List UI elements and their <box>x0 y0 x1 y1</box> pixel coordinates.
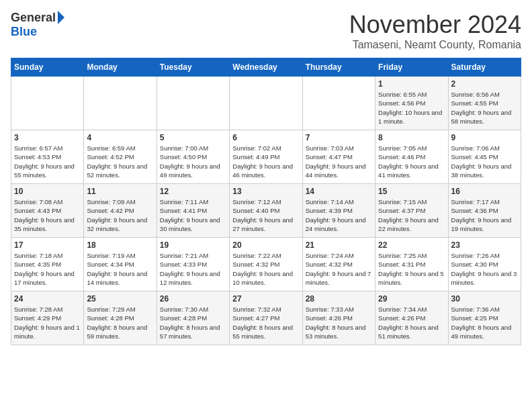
calendar-cell <box>84 77 157 130</box>
calendar-cell: 26Sunrise: 7:30 AM Sunset: 4:28 PM Dayli… <box>157 291 229 345</box>
day-info: Sunrise: 6:56 AM Sunset: 4:55 PM Dayligh… <box>451 90 518 126</box>
logo: General Blue <box>11 11 64 39</box>
day-header-thursday: Thursday <box>302 58 375 77</box>
location-title: Tamaseni, Neamt County, Romania <box>349 39 521 51</box>
day-number: 22 <box>378 240 445 250</box>
day-number: 29 <box>378 294 445 304</box>
calendar-cell: 12Sunrise: 7:11 AM Sunset: 4:41 PM Dayli… <box>157 184 229 238</box>
day-info: Sunrise: 7:36 AM Sunset: 4:25 PM Dayligh… <box>451 305 518 340</box>
day-info: Sunrise: 7:11 AM Sunset: 4:41 PM Dayligh… <box>160 197 226 233</box>
day-number: 27 <box>232 294 299 304</box>
calendar-cell: 30Sunrise: 7:36 AM Sunset: 4:25 PM Dayli… <box>448 291 521 345</box>
day-number: 24 <box>14 294 81 304</box>
calendar-cell: 14Sunrise: 7:14 AM Sunset: 4:39 PM Dayli… <box>302 184 375 238</box>
calendar-cell <box>302 77 375 130</box>
title-area: November 2024 Tamaseni, Neamt County, Ro… <box>349 11 521 51</box>
day-info: Sunrise: 7:17 AM Sunset: 4:36 PM Dayligh… <box>451 197 518 233</box>
day-number: 2 <box>451 79 518 89</box>
day-number: 16 <box>451 187 518 196</box>
day-info: Sunrise: 7:30 AM Sunset: 4:28 PM Dayligh… <box>160 305 226 340</box>
day-info: Sunrise: 7:00 AM Sunset: 4:50 PM Dayligh… <box>160 144 226 179</box>
calendar-cell: 11Sunrise: 7:09 AM Sunset: 4:42 PM Dayli… <box>84 184 157 238</box>
calendar-cell: 8Sunrise: 7:05 AM Sunset: 4:46 PM Daylig… <box>375 130 448 184</box>
calendar-cell: 2Sunrise: 6:56 AM Sunset: 4:55 PM Daylig… <box>448 77 521 130</box>
day-number: 1 <box>378 79 445 89</box>
day-number: 3 <box>14 133 81 142</box>
day-info: Sunrise: 7:32 AM Sunset: 4:27 PM Dayligh… <box>232 305 299 340</box>
day-header-friday: Friday <box>375 58 448 77</box>
day-number: 4 <box>87 133 153 142</box>
day-info: Sunrise: 7:02 AM Sunset: 4:49 PM Dayligh… <box>232 144 299 179</box>
calendar-cell: 7Sunrise: 7:03 AM Sunset: 4:47 PM Daylig… <box>302 130 375 184</box>
day-info: Sunrise: 7:25 AM Sunset: 4:31 PM Dayligh… <box>378 251 445 287</box>
calendar-cell: 4Sunrise: 6:59 AM Sunset: 4:52 PM Daylig… <box>84 130 157 184</box>
day-header-wednesday: Wednesday <box>230 58 302 77</box>
day-header-sunday: Sunday <box>11 58 84 77</box>
calendar-cell: 15Sunrise: 7:15 AM Sunset: 4:37 PM Dayli… <box>375 184 448 238</box>
calendar-cell: 25Sunrise: 7:29 AM Sunset: 4:28 PM Dayli… <box>84 291 157 345</box>
day-number: 21 <box>306 240 372 250</box>
day-header-monday: Monday <box>84 58 157 77</box>
calendar-cell: 1Sunrise: 6:55 AM Sunset: 4:56 PM Daylig… <box>375 77 448 130</box>
day-info: Sunrise: 7:28 AM Sunset: 4:29 PM Dayligh… <box>14 305 81 340</box>
calendar-cell: 17Sunrise: 7:18 AM Sunset: 4:35 PM Dayli… <box>11 238 84 291</box>
calendar-cell: 20Sunrise: 7:22 AM Sunset: 4:32 PM Dayli… <box>230 238 302 291</box>
day-info: Sunrise: 7:12 AM Sunset: 4:40 PM Dayligh… <box>232 197 299 233</box>
day-number: 17 <box>14 240 81 250</box>
calendar-cell: 24Sunrise: 7:28 AM Sunset: 4:29 PM Dayli… <box>11 291 84 345</box>
day-info: Sunrise: 7:06 AM Sunset: 4:45 PM Dayligh… <box>451 144 518 179</box>
day-number: 9 <box>451 133 518 142</box>
logo-blue: Blue <box>11 25 37 39</box>
calendar-week-2: 3Sunrise: 6:57 AM Sunset: 4:53 PM Daylig… <box>11 130 521 184</box>
day-number: 30 <box>451 294 518 304</box>
calendar-cell: 6Sunrise: 7:02 AM Sunset: 4:49 PM Daylig… <box>230 130 302 184</box>
day-info: Sunrise: 7:22 AM Sunset: 4:32 PM Dayligh… <box>232 251 299 287</box>
calendar-cell: 23Sunrise: 7:26 AM Sunset: 4:30 PM Dayli… <box>448 238 521 291</box>
day-number: 11 <box>87 187 153 196</box>
calendar-header: SundayMondayTuesdayWednesdayThursdayFrid… <box>11 58 521 77</box>
day-info: Sunrise: 7:34 AM Sunset: 4:26 PM Dayligh… <box>378 305 445 340</box>
header: General Blue November 2024 Tamaseni, Nea… <box>11 11 521 51</box>
day-info: Sunrise: 7:24 AM Sunset: 4:32 PM Dayligh… <box>306 251 372 287</box>
calendar-cell: 13Sunrise: 7:12 AM Sunset: 4:40 PM Dayli… <box>230 184 302 238</box>
logo-general: General <box>11 11 56 25</box>
calendar-cell: 29Sunrise: 7:34 AM Sunset: 4:26 PM Dayli… <box>375 291 448 345</box>
day-number: 18 <box>87 240 153 250</box>
calendar-cell: 5Sunrise: 7:00 AM Sunset: 4:50 PM Daylig… <box>157 130 229 184</box>
day-number: 6 <box>232 133 299 142</box>
day-info: Sunrise: 6:57 AM Sunset: 4:53 PM Dayligh… <box>14 144 81 179</box>
day-number: 8 <box>378 133 445 142</box>
day-number: 19 <box>160 240 226 250</box>
calendar-cell: 9Sunrise: 7:06 AM Sunset: 4:45 PM Daylig… <box>448 130 521 184</box>
calendar-cell: 19Sunrise: 7:21 AM Sunset: 4:33 PM Dayli… <box>157 238 229 291</box>
day-number: 14 <box>306 187 372 196</box>
day-number: 28 <box>306 294 372 304</box>
day-info: Sunrise: 7:09 AM Sunset: 4:42 PM Dayligh… <box>87 197 153 233</box>
day-info: Sunrise: 7:29 AM Sunset: 4:28 PM Dayligh… <box>87 305 153 340</box>
day-number: 23 <box>451 240 518 250</box>
day-number: 25 <box>87 294 153 304</box>
calendar-week-1: 1Sunrise: 6:55 AM Sunset: 4:56 PM Daylig… <box>11 77 521 130</box>
day-number: 20 <box>232 240 299 250</box>
calendar-week-4: 17Sunrise: 7:18 AM Sunset: 4:35 PM Dayli… <box>11 238 521 291</box>
calendar-cell: 16Sunrise: 7:17 AM Sunset: 4:36 PM Dayli… <box>448 184 521 238</box>
calendar-week-3: 10Sunrise: 7:08 AM Sunset: 4:43 PM Dayli… <box>11 184 521 238</box>
calendar-cell: 3Sunrise: 6:57 AM Sunset: 4:53 PM Daylig… <box>11 130 84 184</box>
day-header-tuesday: Tuesday <box>157 58 229 77</box>
calendar-cell: 10Sunrise: 7:08 AM Sunset: 4:43 PM Dayli… <box>11 184 84 238</box>
day-number: 15 <box>378 187 445 196</box>
day-number: 26 <box>160 294 226 304</box>
day-info: Sunrise: 7:15 AM Sunset: 4:37 PM Dayligh… <box>378 197 445 233</box>
day-info: Sunrise: 7:08 AM Sunset: 4:43 PM Dayligh… <box>14 197 81 233</box>
day-info: Sunrise: 7:03 AM Sunset: 4:47 PM Dayligh… <box>306 144 372 179</box>
calendar-cell: 22Sunrise: 7:25 AM Sunset: 4:31 PM Dayli… <box>375 238 448 291</box>
day-number: 10 <box>14 187 81 196</box>
day-info: Sunrise: 7:26 AM Sunset: 4:30 PM Dayligh… <box>451 251 518 287</box>
calendar-cell <box>230 77 302 130</box>
calendar-cell <box>11 77 84 130</box>
day-info: Sunrise: 7:33 AM Sunset: 4:26 PM Dayligh… <box>306 305 372 340</box>
day-info: Sunrise: 7:21 AM Sunset: 4:33 PM Dayligh… <box>160 251 226 287</box>
month-title: November 2024 <box>349 11 521 39</box>
day-info: Sunrise: 7:14 AM Sunset: 4:39 PM Dayligh… <box>306 197 372 233</box>
calendar-cell: 21Sunrise: 7:24 AM Sunset: 4:32 PM Dayli… <box>302 238 375 291</box>
